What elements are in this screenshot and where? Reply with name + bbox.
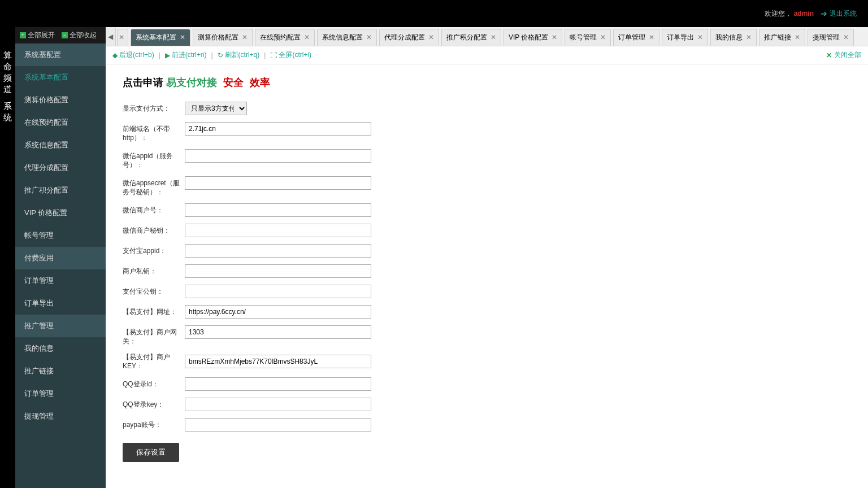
logout-link[interactable]: ➔ 退出系统	[821, 9, 857, 19]
welcome-text: 欢迎您，	[765, 9, 792, 19]
username: admin	[794, 10, 814, 18]
logout-icon: ➔	[821, 9, 827, 18]
top-header: 欢迎您， admin ➔ 退出系统	[0, 0, 868, 27]
logout-label: 退出系统	[830, 9, 857, 19]
